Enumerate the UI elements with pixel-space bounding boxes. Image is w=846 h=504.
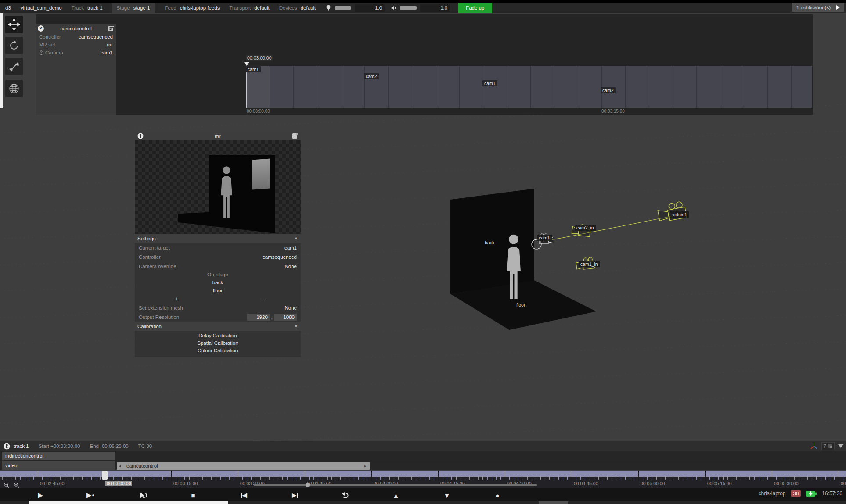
up-section-button[interactable]: ▲ bbox=[389, 490, 403, 501]
return-button[interactable] bbox=[339, 490, 352, 501]
previous-section-button[interactable]: ◀ bbox=[238, 490, 251, 501]
layer-count-box[interactable]: 7 bbox=[821, 442, 835, 450]
close-icon[interactable]: ✕ bbox=[38, 25, 44, 32]
track-menu-value[interactable]: track 1 bbox=[87, 5, 103, 11]
camera-cam1-in-label[interactable]: cam1_in bbox=[579, 261, 600, 267]
horizontal-scrollbar[interactable] bbox=[254, 484, 537, 486]
spatial-calibration-button[interactable]: Spatial Calibration bbox=[135, 340, 301, 347]
camera-override-row[interactable]: Camera override None bbox=[135, 261, 301, 271]
cut-divider bbox=[673, 66, 673, 108]
transport-menu-value[interactable]: default bbox=[254, 5, 270, 11]
camera-cam2-in-label[interactable]: cam2_in bbox=[575, 225, 596, 231]
camera-row[interactable]: Camera cam1 bbox=[36, 49, 116, 57]
camera-override-value[interactable]: None bbox=[285, 264, 297, 269]
ruler-minor-tick bbox=[576, 477, 576, 480]
timeline-ruler[interactable]: 00:02:45.0000:03:00.0000:03:15.0000:03:3… bbox=[0, 471, 846, 488]
fade-up-button[interactable]: Fade up bbox=[458, 3, 492, 13]
record-button[interactable]: ● bbox=[491, 490, 504, 501]
camera-cut-band[interactable]: cam1cam2cam1cam2 bbox=[246, 66, 812, 108]
collapse-tracks-icon[interactable] bbox=[838, 444, 843, 448]
controller-value[interactable]: camsequenced bbox=[79, 34, 113, 39]
next-section-button[interactable]: ▶ bbox=[288, 490, 301, 501]
onstage-item-back[interactable]: back bbox=[135, 279, 301, 286]
app-menu-d3[interactable]: d3 bbox=[5, 5, 11, 11]
camera-value[interactable]: cam1 bbox=[101, 50, 113, 55]
ruler-major-tick bbox=[371, 471, 372, 480]
layer-video[interactable]: video bbox=[2, 461, 115, 470]
onstage-label: On-stage bbox=[135, 271, 301, 279]
notification-badge[interactable]: 1 notification(s) bbox=[792, 3, 844, 12]
cut-label-cam2[interactable]: cam2 bbox=[364, 73, 379, 79]
mr-set-value[interactable]: mr bbox=[107, 42, 113, 47]
track-name[interactable]: track 1 bbox=[14, 443, 29, 449]
settings-collapse-icon[interactable]: ▼ bbox=[294, 236, 298, 241]
controller-row[interactable]: Controller camsequenced bbox=[36, 33, 116, 41]
ruler-minor-tick bbox=[313, 477, 314, 480]
track-icon[interactable] bbox=[4, 443, 10, 450]
layer-indirectioncontrol[interactable]: indirectioncontrol bbox=[2, 452, 115, 460]
calibration-collapse-icon[interactable]: ▼ bbox=[294, 324, 298, 329]
current-target-value[interactable]: cam1 bbox=[284, 245, 297, 250]
brightness-slider[interactable] bbox=[335, 6, 351, 10]
axes-gizmo-icon[interactable] bbox=[810, 442, 818, 450]
remove-onstage-button[interactable]: − bbox=[261, 296, 265, 302]
add-onstage-button[interactable]: + bbox=[175, 296, 179, 302]
rotate-tool-button[interactable] bbox=[5, 37, 23, 54]
brightness-input[interactable]: 1.0 bbox=[355, 4, 385, 12]
feed-menu-value[interactable]: chris-laptop feeds bbox=[180, 5, 220, 11]
resolution-width-input[interactable]: 1920 bbox=[247, 314, 270, 321]
loop-play-button[interactable] bbox=[137, 490, 150, 501]
ruler-minor-tick bbox=[745, 477, 745, 480]
cut-label-cam1[interactable]: cam1 bbox=[246, 66, 261, 72]
move-tool-button[interactable] bbox=[5, 16, 23, 33]
volume-input[interactable]: 1.0 bbox=[420, 4, 450, 12]
camcutcontrol-clip[interactable]: ◂ camcutcontrol ▸ bbox=[117, 462, 370, 470]
clip-label: camcutcontrol bbox=[126, 462, 158, 470]
notification-expand-icon[interactable] bbox=[836, 5, 840, 10]
calibration-section-header[interactable]: Calibration ▼ bbox=[135, 322, 301, 331]
ruler-minor-tick bbox=[421, 477, 421, 480]
down-section-button[interactable]: ▼ bbox=[440, 490, 454, 501]
ruler-playhead-handle[interactable] bbox=[102, 471, 108, 480]
devices-menu-value[interactable]: default bbox=[301, 5, 316, 11]
mr-set-row[interactable]: MR set mr bbox=[36, 41, 116, 49]
colour-calibration-button[interactable]: Colour Calibration bbox=[135, 347, 301, 354]
ruler-band[interactable] bbox=[0, 471, 846, 477]
cue-play-button[interactable]: ▶● bbox=[84, 490, 97, 501]
mr-controller-value[interactable]: camsequenced bbox=[263, 254, 297, 260]
edit-notes-icon[interactable] bbox=[108, 25, 114, 32]
project-name[interactable]: virtual_cam_demo bbox=[21, 5, 62, 11]
mr-edit-notes-icon[interactable] bbox=[292, 133, 298, 139]
current-target-row[interactable]: Current target cam1 bbox=[135, 243, 301, 252]
ruler-minor-tick bbox=[180, 477, 180, 480]
stop-button[interactable]: ■ bbox=[187, 490, 200, 501]
ruler-minor-tick bbox=[465, 477, 465, 480]
cut-label-cam2[interactable]: cam2 bbox=[601, 87, 616, 93]
mr-preview-image bbox=[135, 140, 301, 234]
ruler-minor-tick bbox=[20, 477, 21, 480]
play-button[interactable]: ▶ bbox=[34, 490, 47, 501]
scale-tool-button[interactable] bbox=[5, 58, 23, 75]
extension-mesh-value[interactable]: None bbox=[285, 305, 297, 311]
ruler-minor-tick bbox=[732, 477, 732, 480]
ruler-minor-tick bbox=[434, 477, 434, 480]
timeline-playhead-marker[interactable] bbox=[244, 62, 249, 66]
mr-panel-icon[interactable] bbox=[137, 133, 144, 139]
settings-section-header[interactable]: Settings ▼ bbox=[135, 234, 301, 243]
volume-slider[interactable] bbox=[400, 6, 417, 10]
scrollbar-marker-dot[interactable] bbox=[306, 483, 310, 487]
stage-menu[interactable]: Stage stage 1 bbox=[112, 3, 155, 13]
ruler-minor-tick bbox=[274, 477, 274, 480]
ruler-minor-tick bbox=[211, 477, 212, 480]
resolution-height-input[interactable]: 1080 bbox=[274, 314, 297, 321]
camera-virtual1-label[interactable]: virtual1 bbox=[670, 211, 689, 218]
camera-cam1-label[interactable]: cam1 bbox=[537, 235, 552, 241]
mr-controller-row[interactable]: Controller camsequenced bbox=[135, 252, 301, 261]
onstage-item-floor[interactable]: floor bbox=[135, 286, 301, 294]
delay-calibration-button[interactable]: Delay Calibration bbox=[135, 332, 301, 340]
cut-label-cam1[interactable]: cam1 bbox=[482, 80, 497, 86]
timeline-playhead-timecode: 00:03:00.00 bbox=[246, 55, 273, 61]
extension-mesh-row[interactable]: Set extension mesh None bbox=[135, 303, 301, 312]
globe-tool-button[interactable] bbox=[5, 80, 23, 97]
stage-menu-value[interactable]: stage 1 bbox=[133, 5, 150, 11]
